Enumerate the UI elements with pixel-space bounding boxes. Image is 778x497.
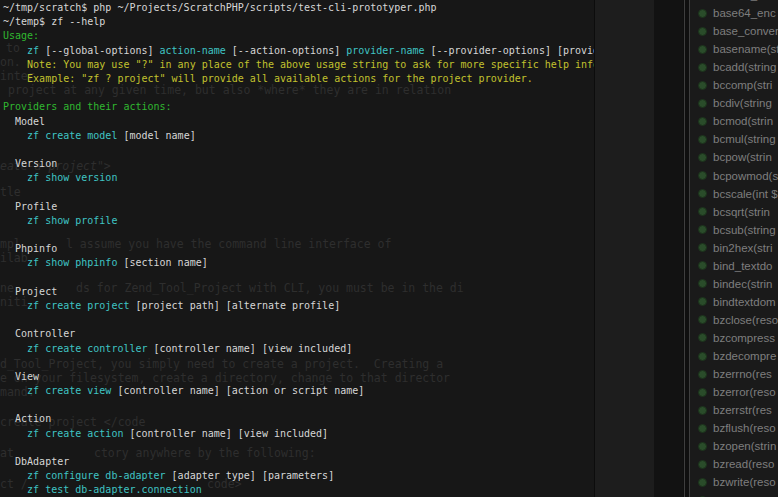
function-name-label: bzerrstr(res <box>713 404 772 416</box>
terminal-text-segment: [model name] <box>117 130 195 141</box>
terminal-text-segment: provider-name <box>346 45 424 56</box>
function-dot-icon <box>698 135 707 144</box>
terminal-line: Providers and their actions: <box>3 100 594 114</box>
terminal-line: View <box>3 370 594 384</box>
terminal-line: Project <box>3 285 594 299</box>
terminal-text-segment: ~/tmp/scratch$ php ~/Projects/ScratchPHP… <box>3 2 436 13</box>
function-name-label: bzclose(reso <box>713 314 778 326</box>
terminal-text-segment <box>3 45 27 56</box>
function-list-item[interactable]: bcscale(int $ <box>690 185 778 203</box>
function-dot-icon <box>698 45 707 54</box>
function-name-label: bcsub(string <box>713 224 776 236</box>
function-dot-icon <box>698 261 707 270</box>
function-name-label: bcdiv(string <box>713 97 772 109</box>
terminal-text-segment <box>3 428 27 439</box>
terminal-window[interactable]: toon.interproject at any given time, but… <box>0 0 594 497</box>
terminal-text-segment: Profile <box>3 201 57 212</box>
terminal-text-segment <box>3 257 27 268</box>
terminal-output: ~/tmp/scratch$ php ~/Projects/ScratchPHP… <box>3 1 594 497</box>
terminal-text-segment: Example: "zf ? project" will provide all… <box>3 73 533 84</box>
function-list-item[interactable]: bindtextdom <box>690 293 778 311</box>
function-list-item[interactable]: bzclose(reso <box>690 311 778 329</box>
function-list-item[interactable]: bzerrstr(res <box>690 401 778 419</box>
function-name-label: bcsqrt(strin <box>713 206 770 218</box>
function-list-item[interactable]: bcpow(strin <box>690 148 778 166</box>
function-list-item[interactable]: base_conver <box>690 22 778 40</box>
function-list-item[interactable]: bcadd(string <box>690 58 778 76</box>
terminal-text-segment: [--provider-options] [provider parameter… <box>425 45 595 56</box>
function-list-item[interactable]: bzerror(reso <box>690 383 778 401</box>
function-list-item[interactable]: bzopen(strin <box>690 437 778 455</box>
function-list-item[interactable]: bindec(strin <box>690 275 778 293</box>
terminal-text-segment: Providers and their actions: <box>3 101 172 112</box>
function-dot-icon <box>698 207 707 216</box>
terminal-line: zf create view [controller name] [action… <box>3 384 594 398</box>
terminal-line <box>3 185 594 199</box>
function-dot-icon <box>698 388 707 397</box>
function-name-label: bcmul(string <box>713 133 776 145</box>
terminal-text-segment <box>3 172 27 183</box>
terminal-line <box>3 313 594 327</box>
function-name-label: bzdecompre <box>713 350 776 362</box>
function-list-item[interactable]: bzread(reso <box>690 455 778 473</box>
terminal-line: Example: "zf ? project" will provide all… <box>3 72 594 86</box>
function-dot-icon <box>698 333 707 342</box>
terminal-text-segment: [adapter type] [parameters] <box>166 470 335 481</box>
terminal-line: Controller <box>3 327 594 341</box>
terminal-text-segment: ~/temp$ zf --help <box>3 16 105 27</box>
panel-splitter[interactable] <box>683 0 690 497</box>
terminal-line: zf create controller [controller name] [… <box>3 342 594 356</box>
terminal-text-segment <box>3 215 27 226</box>
terminal-text-segment: zf test db-adapter.connection <box>27 484 202 495</box>
function-list-item[interactable] <box>690 491 778 497</box>
terminal-text-segment: zf create controller <box>27 343 147 354</box>
terminal-text-segment: Project <box>3 286 57 297</box>
function-list-item[interactable]: bzcompress <box>690 329 778 347</box>
function-dot-icon <box>698 424 707 433</box>
function-name-label: bcpow(strin <box>713 151 772 163</box>
terminal-line: zf configure db-adapter [adapter type] [… <box>3 469 594 483</box>
terminal-text-segment: View <box>3 371 39 382</box>
terminal-text-segment: Note: You may use "?" in any place of th… <box>3 59 594 70</box>
terminal-line <box>3 86 594 100</box>
terminal-line: zf show profile <box>3 214 594 228</box>
function-list-item[interactable]: bccomp(stri <box>690 76 778 94</box>
function-list-item[interactable]: bcsqrt(strin <box>690 203 778 221</box>
function-dot-icon <box>698 63 707 72</box>
function-name-label: base_conver <box>713 25 778 37</box>
terminal-text-segment: Usage: <box>3 30 39 41</box>
terminal-text-segment: Model <box>3 116 45 127</box>
terminal-text-segment: zf create view <box>27 385 111 396</box>
function-list-item[interactable]: bcdiv(string <box>690 94 778 112</box>
function-list-item[interactable]: base64_enc <box>690 4 778 22</box>
terminal-text-segment: zf create project <box>27 300 129 311</box>
function-dot-icon <box>698 315 707 324</box>
function-list-item[interactable]: bzwrite(reso <box>690 473 778 491</box>
function-dot-icon <box>698 225 707 234</box>
function-list-item[interactable]: bind_textdo <box>690 257 778 275</box>
terminal-line <box>3 143 594 157</box>
function-list-item[interactable]: bcsub(string <box>690 221 778 239</box>
terminal-text-segment: [--action-options] <box>226 45 346 56</box>
terminal-text-segment <box>3 470 27 481</box>
desktop-gap-strip-dark <box>654 0 683 497</box>
terminal-text-segment: [--global-options] <box>39 45 159 56</box>
function-list-item[interactable]: bcmul(string <box>690 130 778 148</box>
function-list-item[interactable]: bzflush(reso <box>690 419 778 437</box>
function-name-label: bind_textdo <box>713 260 772 272</box>
function-list-item[interactable]: bcmod(strin <box>690 112 778 130</box>
function-list-item[interactable]: bzerrno(res <box>690 365 778 383</box>
terminal-text-segment <box>3 343 27 354</box>
function-list-item[interactable]: basename(st <box>690 40 778 58</box>
function-name-label: bzread(reso <box>713 458 774 470</box>
function-name-label: bzerrno(res <box>713 368 772 380</box>
terminal-text-segment: DbAdapter <box>3 456 69 467</box>
terminal-text-segment: Phpinfo <box>3 243 57 254</box>
function-list-item[interactable]: bcpowmod(s <box>690 167 778 185</box>
function-name-label: bccomp(stri <box>713 79 772 91</box>
terminal-line: Usage: <box>3 29 594 43</box>
function-list-item[interactable]: bin2hex(stri <box>690 239 778 257</box>
splitter-line-icon <box>684 0 685 497</box>
function-list-item[interactable]: bzdecompre <box>690 347 778 365</box>
terminal-line: Version <box>3 157 594 171</box>
